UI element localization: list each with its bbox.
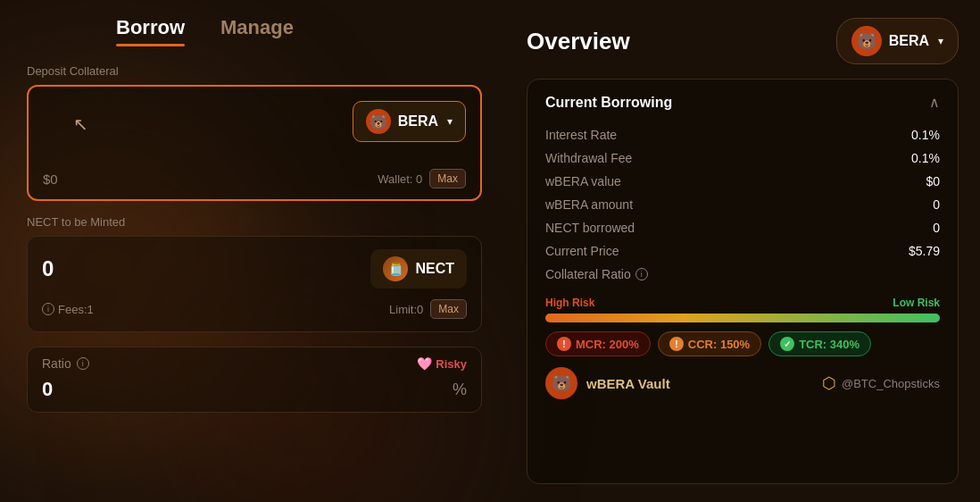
collateral-ratio-row: Collateral Ratio i: [545, 263, 940, 286]
withdrawal-fee-key: Withdrawal Fee: [545, 151, 632, 165]
high-risk-label: High Risk: [545, 297, 594, 309]
nect-borrowed-val: 0: [933, 221, 940, 235]
token-selector-bera[interactable]: 🐻 BERA ▾: [353, 101, 466, 142]
ratio-value: 0: [42, 378, 53, 401]
heart-icon: 🩷: [417, 356, 432, 371]
nect-section-label: NECT to be Minted: [27, 215, 482, 229]
ratio-label: Ratio i: [42, 356, 89, 371]
ratio-box: Ratio i 🩷 Risky 0 %: [27, 347, 482, 413]
wbera-vault-label: wBERA Vault: [586, 376, 670, 391]
percent-sign: %: [453, 381, 467, 399]
tab-borrow[interactable]: Borrow: [116, 16, 185, 46]
wallet-balance: Wallet: 0: [378, 172, 422, 186]
wbera-amount-key: wBERA amount: [545, 197, 633, 212]
wbera-value-val: $0: [926, 174, 940, 188]
nect-token-display: 🫙 NECT: [370, 249, 467, 289]
info-row-withdrawal: Withdrawal Fee 0.1%: [545, 146, 940, 170]
risky-badge: 🩷 Risky: [417, 356, 467, 371]
low-risk-label: Low Risk: [893, 297, 940, 309]
bottom-row: 🐻 wBERA Vault ⬡ @BTC_Chopsticks: [545, 367, 940, 399]
cursor-icon: ↖: [73, 113, 88, 135]
deposit-section-label: Deposit Collateral: [27, 64, 482, 78]
overview-header: Overview 🐻 BERA ▾: [527, 18, 959, 64]
nect-box: 0 🫙 NECT i Fees:1 Limit:0 Max: [27, 236, 482, 332]
ratio-badges: ! MCR: 200% ! CCR: 150% ✓ TCR: 340%: [545, 331, 940, 356]
current-price-key: Current Price: [545, 244, 619, 258]
tab-manage[interactable]: Manage: [220, 16, 294, 46]
info-row-wbera-amount: wBERA amount 0: [545, 193, 940, 216]
info-row-wbera-value: wBERA value $0: [545, 170, 940, 193]
fees-info-icon: i: [42, 303, 54, 315]
collateral-info-icon: i: [635, 268, 648, 280]
bera-token-icon: 🐻: [366, 109, 391, 134]
nect-borrowed-key: NECT borrowed: [545, 221, 635, 235]
nect-icon: 🫙: [383, 256, 408, 281]
info-row-current-price: Current Price $5.79: [545, 239, 940, 263]
risk-bar-section: High Risk Low Risk ! MCR: 200% ! CCR: 15…: [545, 297, 940, 356]
ccr-label: CCR: 150%: [688, 338, 750, 351]
bera-dropdown-label: BERA: [889, 33, 929, 49]
tabs-container: Borrow Manage: [27, 0, 482, 46]
current-price-val: $5.79: [909, 244, 940, 258]
wbera-amount-val: 0: [933, 197, 940, 212]
borrowing-card: Current Borrowing ∧ Interest Rate 0.1% W…: [527, 79, 959, 484]
binance-icon: ⬡: [822, 373, 836, 393]
fees-value: Fees:1: [58, 303, 94, 316]
card-header: Current Borrowing ∧: [545, 94, 940, 111]
wbera-vault[interactable]: 🐻 wBERA Vault: [545, 367, 670, 399]
wbera-vault-icon: 🐻: [545, 367, 577, 399]
ccr-badge: ! CCR: 150%: [658, 331, 761, 356]
deposit-usd-value: $0: [43, 172, 58, 187]
risk-labels: High Risk Low Risk: [545, 297, 940, 309]
interest-rate-val: 0.1%: [911, 128, 940, 142]
credit-text: @BTC_Chopsticks: [842, 377, 940, 390]
ccr-badge-icon: !: [669, 337, 684, 351]
collateral-ratio-key: Collateral Ratio i: [545, 267, 648, 281]
max-button[interactable]: Max: [429, 169, 466, 188]
credit-tag: ⬡ @BTC_Chopsticks: [822, 373, 940, 393]
wbera-value-key: wBERA value: [545, 174, 621, 188]
mcr-label: MCR: 200%: [576, 338, 639, 351]
fees-info: i Fees:1: [42, 303, 94, 316]
wallet-info: Wallet: 0 Max: [378, 169, 466, 188]
tcr-badge-icon: ✓: [780, 337, 794, 351]
right-panel: Overview 🐻 BERA ▾ Current Borrowing ∧ In…: [509, 0, 980, 502]
info-row-nect-borrowed: NECT borrowed 0: [545, 216, 940, 239]
tcr-badge: ✓ TCR: 340%: [768, 331, 871, 356]
bera-dropdown[interactable]: 🐻 BERA ▾: [836, 18, 959, 64]
card-title: Current Borrowing: [545, 95, 672, 111]
deposit-box: ↖ 🐻 BERA ▾ $0 Wallet: 0 Max: [27, 85, 482, 201]
token-name: BERA: [398, 113, 438, 130]
mcr-badge-icon: !: [557, 337, 571, 351]
mcr-badge: ! MCR: 200%: [545, 331, 651, 356]
chevron-down-icon: ▾: [447, 115, 453, 128]
interest-rate-key: Interest Rate: [545, 128, 617, 142]
ratio-info-icon: i: [77, 357, 89, 370]
nect-value: 0: [42, 256, 54, 281]
info-row-interest: Interest Rate 0.1%: [545, 123, 940, 146]
withdrawal-fee-val: 0.1%: [911, 151, 940, 165]
max-button-2[interactable]: Max: [430, 299, 467, 319]
limit-value: Limit:0: [389, 303, 423, 316]
left-panel: Borrow Manage Deposit Collateral ↖ 🐻 BER…: [0, 0, 509, 502]
risky-label: Risky: [436, 357, 467, 371]
bera-chevron-icon: ▾: [938, 35, 943, 47]
overview-title: Overview: [527, 28, 630, 55]
tcr-label: TCR: 340%: [799, 338, 860, 351]
risk-bar: [545, 314, 940, 322]
limit-info: Limit:0 Max: [389, 299, 467, 319]
nect-label: NECT: [415, 261, 454, 277]
bera-large-icon: 🐻: [851, 26, 882, 56]
chevron-up-icon[interactable]: ∧: [929, 94, 940, 111]
